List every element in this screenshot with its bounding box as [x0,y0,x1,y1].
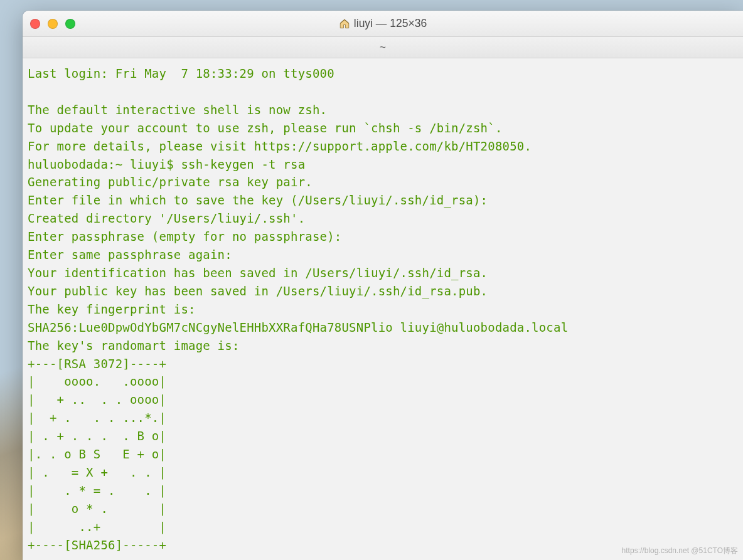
home-icon [339,18,350,29]
maximize-button[interactable] [65,19,75,29]
window-title: liuyi — 125×36 [354,17,427,30]
tab-label[interactable]: ~ [380,41,386,54]
close-button[interactable] [30,19,40,29]
terminal-viewport[interactable]: Last login: Fri May 7 18:33:29 on ttys00… [23,58,743,560]
tab-bar[interactable]: ~ [23,37,743,58]
window-controls [30,19,75,29]
terminal-output[interactable]: Last login: Fri May 7 18:33:29 on ttys00… [28,65,738,554]
terminal-window: liuyi — 125×36 ~ Last login: Fri May 7 1… [23,11,743,560]
minimize-button[interactable] [48,19,58,29]
watermark: https://blog.csdn.net @51CTO博客 [622,546,738,556]
window-title-wrap: liuyi — 125×36 [23,17,743,30]
window-titlebar[interactable]: liuyi — 125×36 [23,11,743,37]
